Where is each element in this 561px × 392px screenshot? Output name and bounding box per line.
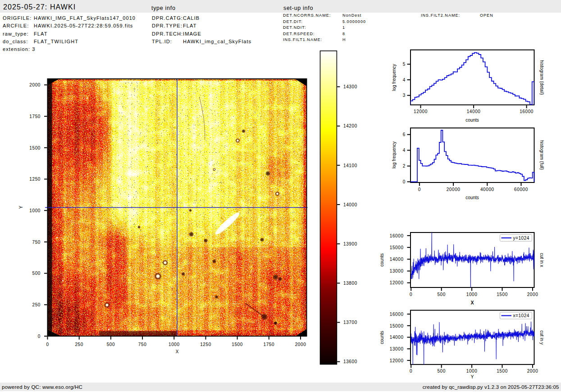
svg-text:cut in x: cut in x (539, 253, 544, 267)
svg-text:1250: 1250 (200, 342, 211, 347)
svg-text:1500: 1500 (497, 369, 508, 374)
svg-text:16000: 16000 (520, 109, 534, 114)
svg-text:500: 500 (107, 342, 115, 347)
svg-text:250: 250 (75, 342, 83, 347)
svg-text:16000: 16000 (390, 233, 404, 238)
svg-text:1500: 1500 (29, 146, 41, 150)
svg-text:14000: 14000 (390, 335, 404, 340)
svg-text:1250: 1250 (29, 177, 41, 182)
svg-text:counts: counts (465, 195, 479, 200)
svg-text:counts: counts (379, 253, 384, 266)
svg-text:log frequency: log frequency (392, 141, 397, 169)
svg-text:0: 0 (410, 369, 412, 374)
svg-text:0: 0 (418, 187, 421, 192)
svg-text:13000: 13000 (390, 346, 404, 351)
svg-text:15000: 15000 (390, 245, 404, 250)
svg-text:2000: 2000 (295, 342, 306, 347)
svg-text:500: 500 (32, 271, 41, 276)
svg-text:1500: 1500 (497, 292, 508, 297)
svg-text:12000: 12000 (390, 280, 404, 285)
svg-text:1750: 1750 (263, 342, 274, 347)
svg-text:2000: 2000 (527, 369, 538, 374)
svg-text:cut in y: cut in y (539, 330, 544, 345)
svg-text:13000: 13000 (390, 269, 404, 273)
svg-text:14000: 14000 (390, 257, 404, 262)
svg-text:13800: 13800 (343, 281, 357, 286)
svg-text:y=1024: y=1024 (513, 236, 529, 241)
svg-text:0: 0 (410, 292, 412, 297)
svg-text:counts: counts (379, 331, 384, 344)
svg-text:2: 2 (403, 164, 406, 169)
svg-text:15000: 15000 (390, 324, 404, 328)
svg-text:log frequency: log frequency (392, 64, 397, 91)
svg-text:13600: 13600 (343, 359, 357, 364)
svg-text:5: 5 (403, 62, 406, 67)
svg-text:12000: 12000 (414, 109, 428, 114)
svg-text:2000: 2000 (29, 82, 41, 87)
svg-text:13900: 13900 (343, 242, 357, 246)
svg-text:2000: 2000 (527, 292, 538, 297)
svg-text:X: X (471, 301, 474, 305)
svg-text:0: 0 (38, 334, 41, 339)
svg-text:3: 3 (403, 93, 406, 98)
svg-text:750: 750 (32, 240, 41, 245)
svg-text:Y: Y (471, 374, 474, 379)
svg-text:16000: 16000 (390, 312, 404, 317)
svg-text:0: 0 (46, 342, 49, 347)
svg-text:x=1024: x=1024 (513, 313, 529, 318)
svg-text:250: 250 (32, 302, 41, 307)
svg-text:1750: 1750 (29, 114, 41, 119)
svg-text:4: 4 (403, 148, 406, 153)
svg-text:20000: 20000 (447, 187, 461, 192)
svg-text:Y: Y (18, 205, 23, 209)
svg-text:0: 0 (403, 179, 406, 184)
svg-text:1000: 1000 (466, 292, 478, 297)
svg-text:14300: 14300 (343, 84, 357, 89)
svg-text:counts: counts (465, 118, 479, 123)
svg-text:1000: 1000 (466, 369, 478, 374)
svg-text:1500: 1500 (232, 342, 243, 347)
svg-text:6: 6 (403, 132, 406, 137)
svg-text:4: 4 (403, 77, 406, 82)
svg-text:histogram (detail): histogram (detail) (539, 60, 544, 95)
svg-text:1000: 1000 (169, 342, 180, 347)
svg-text:500: 500 (437, 292, 446, 297)
svg-text:14000: 14000 (343, 202, 357, 207)
svg-text:histogram (full): histogram (full) (539, 140, 544, 170)
svg-text:12000: 12000 (390, 358, 404, 363)
svg-text:1000: 1000 (29, 208, 41, 213)
svg-text:750: 750 (138, 342, 147, 347)
svg-text:14100: 14100 (343, 163, 357, 168)
svg-text:500: 500 (437, 369, 446, 374)
svg-text:14200: 14200 (343, 123, 357, 128)
svg-text:60000: 60000 (514, 187, 528, 192)
svg-text:40000: 40000 (480, 187, 494, 192)
svg-text:14000: 14000 (467, 109, 481, 114)
svg-text:X: X (176, 349, 179, 354)
svg-text:13700: 13700 (343, 320, 357, 325)
